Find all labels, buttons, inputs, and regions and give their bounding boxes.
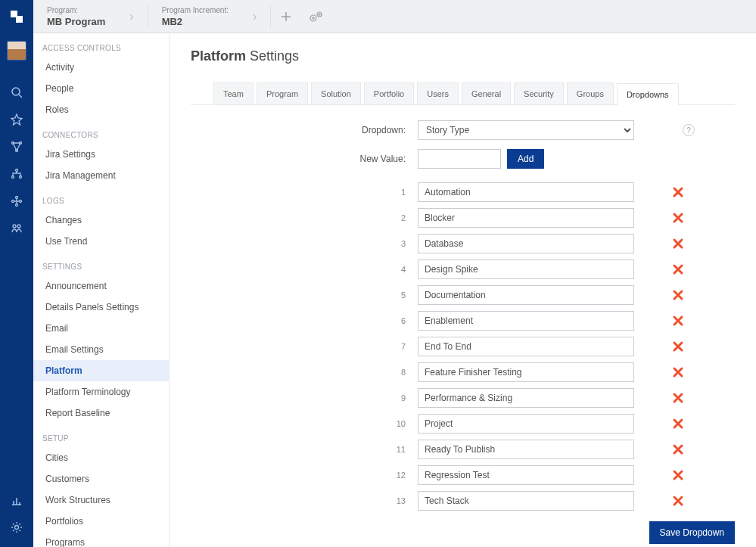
value-index: 11 xyxy=(312,445,418,454)
sidebar-item-email[interactable]: Email xyxy=(33,318,169,339)
value-input[interactable] xyxy=(418,491,634,511)
delete-icon[interactable] xyxy=(672,186,684,198)
sidebar-item-cities[interactable]: Cities xyxy=(33,447,169,468)
gears-icon[interactable] xyxy=(307,8,325,26)
user-avatar[interactable] xyxy=(7,41,26,61)
delete-icon[interactable] xyxy=(672,495,684,507)
newvalue-label: New Value: xyxy=(312,154,418,164)
value-index: 4 xyxy=(312,265,418,274)
value-input[interactable] xyxy=(418,362,634,382)
breadcrumb-program[interactable]: Program: MB Program › xyxy=(33,0,148,33)
add-icon[interactable] xyxy=(277,8,295,26)
delete-icon[interactable] xyxy=(672,366,684,378)
newvalue-input[interactable] xyxy=(418,149,501,169)
save-dropdown-button[interactable]: Save Dropdown xyxy=(649,521,735,544)
value-input[interactable] xyxy=(418,465,634,485)
page-title-rest: Settings xyxy=(246,48,299,64)
sidebar-item-changes[interactable]: Changes xyxy=(33,210,169,231)
value-row: 1 xyxy=(312,182,735,202)
value-index: 7 xyxy=(312,342,418,351)
value-input[interactable] xyxy=(418,414,634,434)
program-label: Program: xyxy=(47,6,105,14)
sidebar-section-header: LOGS xyxy=(33,186,169,210)
value-input[interactable] xyxy=(418,208,634,228)
delete-icon[interactable] xyxy=(672,238,684,250)
breadcrumb-pi[interactable]: Program Increment: MB2 › xyxy=(148,0,271,33)
value-input[interactable] xyxy=(418,285,634,305)
sidebar-item-report-baseline[interactable]: Report Baseline xyxy=(33,402,169,424)
value-input[interactable] xyxy=(418,388,634,408)
value-index: 8 xyxy=(312,368,418,377)
value-input[interactable] xyxy=(418,311,634,331)
sidebar-section-header: CONNECTORS xyxy=(33,120,169,144)
value-row: 4 xyxy=(312,260,735,279)
add-button[interactable]: Add xyxy=(507,149,544,169)
hierarchy-icon[interactable] xyxy=(0,160,33,188)
tab-team[interactable]: Team xyxy=(213,82,254,104)
value-row: 7 xyxy=(312,337,735,356)
network-icon[interactable] xyxy=(0,133,33,160)
sidebar-item-jira-settings[interactable]: Jira Settings xyxy=(33,144,169,165)
star-icon[interactable] xyxy=(0,106,33,133)
value-index: 6 xyxy=(312,316,418,325)
tab-general[interactable]: General xyxy=(462,82,511,104)
gear-icon[interactable] xyxy=(0,514,33,541)
value-row: 9 xyxy=(312,388,735,408)
sidebar-item-use-trend[interactable]: Use Trend xyxy=(33,231,169,252)
chart-icon[interactable] xyxy=(0,486,33,514)
delete-icon[interactable] xyxy=(672,469,684,481)
sidebar-item-people[interactable]: People xyxy=(33,78,169,99)
tab-security[interactable]: Security xyxy=(514,82,564,104)
value-index: 9 xyxy=(312,393,418,402)
value-input[interactable] xyxy=(418,337,634,356)
tab-portfolio[interactable]: Portfolio xyxy=(364,82,414,104)
app-logo[interactable] xyxy=(8,8,26,26)
sidebar-item-platform[interactable]: Platform xyxy=(33,360,169,381)
delete-icon[interactable] xyxy=(672,315,684,327)
sidebar-item-jira-management[interactable]: Jira Management xyxy=(33,165,169,186)
sidebar-item-details-panels-settings[interactable]: Details Panels Settings xyxy=(33,297,169,318)
value-index: 2 xyxy=(312,213,418,222)
sidebar-item-programs[interactable]: Programs xyxy=(33,532,169,547)
sidebar-item-announcement[interactable]: Announcement xyxy=(33,275,169,297)
delete-icon[interactable] xyxy=(672,392,684,404)
value-input[interactable] xyxy=(418,440,634,459)
sidebar-item-work-structures[interactable]: Work Structures xyxy=(33,490,169,511)
sidebar-item-email-settings[interactable]: Email Settings xyxy=(33,339,169,360)
tab-solution[interactable]: Solution xyxy=(311,82,361,104)
help-icon[interactable]: ? xyxy=(683,124,695,136)
tab-users[interactable]: Users xyxy=(417,82,459,104)
value-row: 6 xyxy=(312,311,735,331)
tab-groups[interactable]: Groups xyxy=(567,82,614,104)
tab-program[interactable]: Program xyxy=(257,82,308,104)
page-title: Platform Settings xyxy=(191,48,735,64)
value-input[interactable] xyxy=(418,260,634,279)
delete-icon[interactable] xyxy=(672,443,684,455)
value-input[interactable] xyxy=(418,234,634,253)
sidebar-item-customers[interactable]: Customers xyxy=(33,468,169,490)
svg-point-18 xyxy=(317,12,322,17)
sidebar-section-header: SETUP xyxy=(33,424,169,447)
search-icon[interactable] xyxy=(0,79,33,106)
value-input[interactable] xyxy=(418,182,634,202)
sidebar-item-activity[interactable]: Activity xyxy=(33,57,169,78)
delete-icon[interactable] xyxy=(672,263,684,275)
delete-icon[interactable] xyxy=(672,418,684,430)
icon-rail xyxy=(0,0,33,547)
sidebar-section-header: SETTINGS xyxy=(33,252,169,275)
people-icon[interactable] xyxy=(0,215,33,242)
sidebar-item-portfolios[interactable]: Portfolios xyxy=(33,511,169,532)
value-row: 13 xyxy=(312,491,735,511)
sidebar-item-roles[interactable]: Roles xyxy=(33,99,169,120)
delete-icon[interactable] xyxy=(672,289,684,301)
sidebar-item-platform-terminology[interactable]: Platform Terminology xyxy=(33,381,169,402)
delete-icon[interactable] xyxy=(672,212,684,224)
sidebar-section-header: ACCESS CONTROLS xyxy=(33,33,169,57)
delete-icon[interactable] xyxy=(672,340,684,353)
dropdown-select[interactable]: Story Type xyxy=(418,120,634,140)
main-content: Platform Settings TeamProgramSolutionPor… xyxy=(170,33,756,547)
tab-dropdowns[interactable]: Dropdowns xyxy=(617,83,679,105)
tree-icon[interactable] xyxy=(0,188,33,215)
value-row: 10 xyxy=(312,414,735,434)
breadcrumb-bar: Program: MB Program › Program Increment:… xyxy=(33,0,756,33)
